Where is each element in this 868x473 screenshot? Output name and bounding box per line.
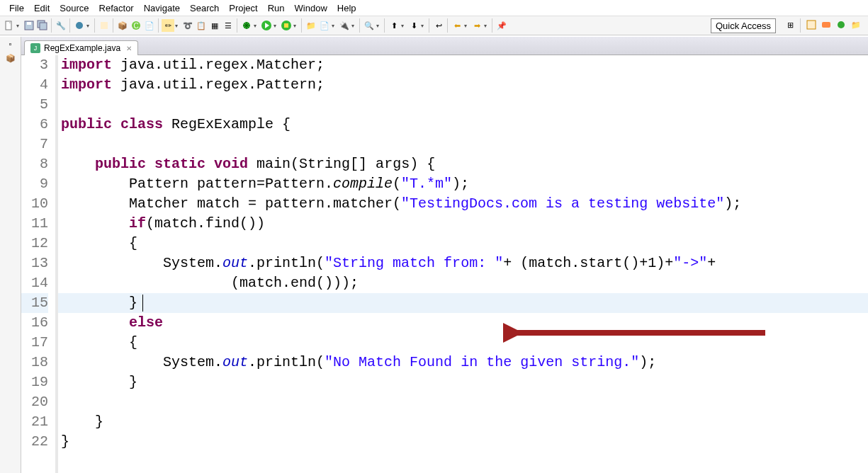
dropdown-icon[interactable]: ▾ — [421, 23, 427, 29]
code-content[interactable]: import java.util.regex.Matcher;import ja… — [58, 55, 868, 473]
dropdown-icon[interactable]: ▾ — [484, 23, 490, 29]
new-dropdown-icon[interactable]: ▾ — [16, 23, 22, 29]
dropdown-icon[interactable]: ▾ — [175, 23, 181, 29]
table-icon[interactable]: ▦ — [208, 19, 221, 32]
menu-navigate[interactable]: Navigate — [139, 3, 185, 13]
code-line[interactable]: import java.util.regex.Matcher; — [58, 55, 868, 75]
code-line[interactable]: } — [58, 412, 868, 432]
debug-icon[interactable] — [240, 19, 253, 32]
editor-tabbar: J RegExExample.java ✕ — [21, 37, 868, 55]
code-line[interactable]: (match.end())); — [58, 273, 868, 293]
dropdown-icon[interactable]: ▾ — [86, 23, 92, 29]
code-line[interactable]: System.out.println("String match from: "… — [58, 253, 868, 273]
svg-rect-0 — [6, 21, 11, 30]
svg-point-5 — [76, 22, 83, 29]
quick-access-input[interactable]: Quick Access — [711, 18, 776, 33]
new-java-icon[interactable]: 📄 — [318, 19, 331, 32]
build-icon[interactable]: 🔧 — [55, 19, 67, 32]
close-tab-icon[interactable]: ✕ — [126, 45, 132, 52]
open-perspective-icon[interactable]: ⊞ — [784, 18, 796, 31]
skip-breakpoints-icon[interactable] — [73, 19, 86, 32]
dropdown-icon[interactable]: ▾ — [464, 23, 470, 29]
search-icon[interactable]: 🔍 — [363, 19, 376, 32]
menu-refactor[interactable]: Refactor — [94, 3, 139, 13]
git-perspective-icon[interactable] — [820, 18, 833, 31]
menu-edit[interactable]: Edit — [29, 3, 55, 13]
code-line[interactable]: Pattern pattern=Pattern.compile("T.*m"); — [58, 174, 868, 194]
code-line[interactable]: public class RegExExample { — [58, 115, 868, 135]
new-package-icon[interactable]: 📦 — [116, 19, 129, 32]
new-class-icon[interactable]: C — [130, 19, 142, 32]
task-icon[interactable]: 📋 — [195, 19, 208, 32]
code-editor[interactable]: 345678910111213141516171819202122 import… — [21, 55, 868, 473]
forward-icon[interactable]: ➡ — [470, 19, 483, 32]
code-line[interactable] — [58, 392, 868, 412]
pin-icon[interactable]: 📌 — [495, 19, 508, 32]
comment-icon[interactable]: ➰ — [181, 19, 194, 32]
dropdown-icon[interactable]: ▾ — [401, 23, 407, 29]
svg-rect-13 — [807, 21, 816, 29]
code-line[interactable]: } — [58, 432, 868, 452]
dropdown-icon[interactable]: ▾ — [332, 23, 337, 29]
code-line[interactable]: public static void main(String[] args) { — [58, 154, 868, 174]
code-line[interactable] — [58, 135, 868, 154]
code-line[interactable]: if(match.find()) — [58, 214, 868, 234]
menu-project[interactable]: Project — [224, 3, 262, 13]
new-type-icon[interactable] — [98, 19, 111, 32]
code-line[interactable]: { — [58, 234, 868, 253]
svg-rect-2 — [27, 22, 31, 25]
menu-window[interactable]: Window — [290, 3, 332, 13]
code-line[interactable]: } — [58, 293, 868, 313]
svg-rect-4 — [40, 23, 47, 30]
run-dropdown-icon[interactable]: ▾ — [274, 23, 279, 29]
menu-help[interactable]: Help — [332, 3, 361, 13]
svg-point-15 — [838, 21, 845, 28]
code-line[interactable]: import java.util.regex.Pattern; — [58, 75, 868, 95]
save-all-icon[interactable] — [36, 19, 49, 32]
coverage-icon[interactable] — [280, 19, 293, 32]
menu-run[interactable]: Run — [263, 3, 290, 13]
svg-rect-14 — [822, 22, 830, 28]
list-icon[interactable]: ☰ — [222, 19, 235, 32]
code-line[interactable]: } — [58, 372, 868, 392]
debug-perspective-icon[interactable] — [835, 18, 847, 31]
menu-source[interactable]: Source — [55, 3, 94, 13]
java-perspective-icon[interactable] — [805, 18, 818, 31]
code-line[interactable]: Matcher match = pattern.matcher("Testing… — [58, 194, 868, 214]
ext-tools-icon[interactable]: 📁 — [305, 19, 317, 32]
java-file-icon: J — [30, 43, 40, 53]
highlight-icon[interactable]: ✏ — [162, 19, 174, 32]
next-annot-icon[interactable]: ⬇ — [407, 19, 420, 32]
menu-file[interactable]: File — [4, 3, 29, 13]
toolbar: ▾ 🔧 ▾ 📦 C 📄 ✏ ▾ ➰ 📋 ▦ ☰ ▾ ▾ ▾ 📁 📄 ▾ 🔌 ▾ … — [0, 16, 868, 35]
svg-rect-6 — [101, 22, 108, 29]
perspective-switcher: ⊞ 📁 — [784, 18, 862, 33]
tab-label: RegExExample.java — [44, 43, 120, 53]
resource-perspective-icon[interactable]: 📁 — [850, 18, 862, 31]
menubar: FileEditSourceRefactorNavigateSearchProj… — [0, 0, 868, 16]
code-line[interactable]: System.out.println("No Match Found in th… — [58, 353, 868, 372]
restore-icon[interactable]: ▫ — [5, 40, 16, 51]
debug-dropdown-icon[interactable]: ▾ — [254, 23, 259, 29]
dropdown-icon[interactable]: ▾ — [351, 23, 357, 29]
menu-search[interactable]: Search — [185, 3, 224, 13]
code-line[interactable] — [58, 95, 868, 115]
prev-annot-icon[interactable]: ⬆ — [388, 19, 400, 32]
new-interface-icon[interactable]: 📄 — [143, 19, 156, 32]
new-plugin-icon[interactable]: 🔌 — [338, 19, 351, 32]
svg-text:C: C — [133, 22, 138, 30]
last-edit-icon[interactable]: ↩ — [432, 19, 445, 32]
code-line[interactable]: { — [58, 333, 868, 353]
line-number-ruler: 345678910111213141516171819202122 — [21, 55, 55, 473]
code-line[interactable]: else — [58, 313, 868, 333]
editor-tab[interactable]: J RegExExample.java ✕ — [24, 40, 138, 55]
back-icon[interactable]: ⬅ — [451, 19, 463, 32]
package-explorer-icon[interactable]: 📦 — [5, 54, 16, 65]
dropdown-icon[interactable]: ▾ — [376, 23, 382, 29]
save-icon[interactable] — [23, 19, 35, 32]
trim-stack: ▫ 📦 — [0, 37, 21, 473]
dropdown-icon[interactable]: ▾ — [293, 23, 299, 29]
new-icon[interactable] — [3, 19, 16, 32]
svg-rect-12 — [284, 23, 288, 28]
run-icon[interactable] — [260, 19, 273, 32]
